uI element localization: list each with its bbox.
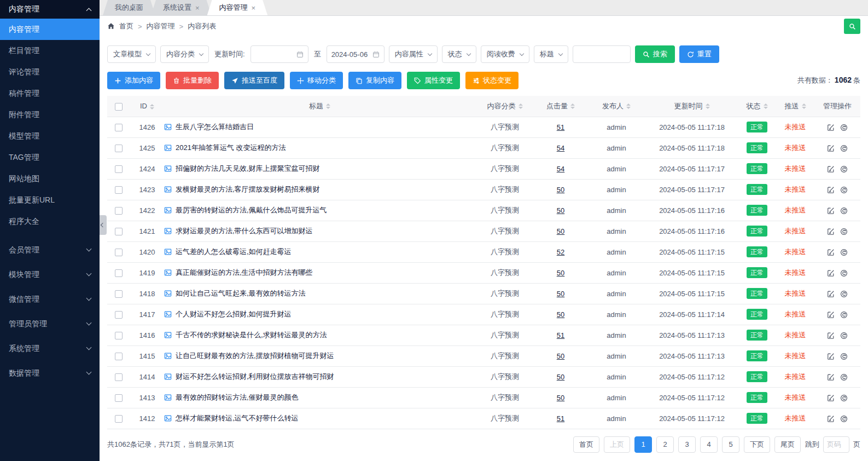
row-checkbox[interactable]: [115, 165, 123, 173]
row-title[interactable]: 千古不传的求财秘诀是什么,求财转运最灵的方法: [176, 330, 327, 340]
row-title[interactable]: 最有效的招财转运方法,催财最灵的颜色: [176, 393, 299, 402]
edit-icon[interactable]: [827, 145, 835, 152]
row-clicks[interactable]: 50: [557, 310, 564, 319]
row-title[interactable]: 2021年抽签算运气 改变运程的方法: [176, 143, 286, 153]
recycle-icon[interactable]: [840, 145, 848, 152]
row-title[interactable]: 让自己旺财最有效的方法,摆放招财植物可提升财运: [176, 351, 334, 361]
row-checkbox[interactable]: [115, 269, 123, 277]
row-title[interactable]: 个人财运不好怎么招财,如何提升财运: [176, 309, 292, 319]
page-button-1[interactable]: 1: [634, 436, 652, 453]
sidebar-item-tag[interactable]: TAG管理: [0, 147, 100, 168]
row-checkbox[interactable]: [115, 228, 123, 235]
sidebar-item-model[interactable]: 模型管理: [0, 125, 100, 147]
edit-icon[interactable]: [827, 332, 835, 339]
recycle-icon[interactable]: [840, 269, 848, 277]
row-checkbox[interactable]: [115, 373, 123, 381]
sidebar-group-module[interactable]: 模块管理: [0, 262, 100, 287]
tab-close-icon[interactable]: ×: [195, 4, 200, 11]
sort-icon[interactable]: [570, 103, 575, 109]
reset-button[interactable]: 重置: [679, 45, 719, 63]
sidebar-item-programs[interactable]: 程序大全: [0, 211, 100, 232]
filter-select-category[interactable]: 内容分类: [160, 45, 209, 63]
sidebar-header[interactable]: 内容管理: [0, 0, 100, 19]
recycle-icon[interactable]: [840, 332, 848, 339]
sort-icon[interactable]: [626, 103, 631, 109]
tab-my-desktop[interactable]: 我的桌面: [103, 0, 155, 15]
date-from-input[interactable]: [251, 45, 308, 63]
next-page-button[interactable]: 下页: [744, 436, 770, 453]
recycle-icon[interactable]: [840, 124, 848, 131]
recycle-icon[interactable]: [840, 311, 848, 319]
recycle-icon[interactable]: [840, 290, 848, 298]
row-title[interactable]: 发横财最灵的方法,客厅摆放发财树易招来横财: [176, 185, 320, 194]
row-clicks[interactable]: 50: [557, 269, 564, 277]
sidebar-item-comment[interactable]: 评论管理: [0, 61, 100, 83]
edit-icon[interactable]: [827, 207, 835, 215]
status-change-button[interactable]: 状态变更: [465, 72, 519, 89]
row-clicks[interactable]: 50: [557, 290, 564, 298]
recycle-icon[interactable]: [840, 186, 848, 194]
row-title[interactable]: 求财运最灵的方法,带什么东西可以增加财运: [176, 226, 313, 236]
move-category-button[interactable]: 移动分类: [290, 72, 343, 89]
push-to-baidu-button[interactable]: 推送至百度: [224, 72, 284, 89]
recycle-icon[interactable]: [840, 165, 848, 173]
date-to-input[interactable]: 2024-05-06: [327, 45, 385, 63]
batch-delete-button[interactable]: 批量删除: [166, 72, 219, 89]
edit-icon[interactable]: [827, 415, 835, 423]
add-content-button[interactable]: 添加内容: [107, 72, 160, 89]
select-all-checkbox[interactable]: [115, 103, 123, 111]
filter-select-status[interactable]: 状态: [442, 45, 476, 63]
recycle-icon[interactable]: [840, 394, 848, 402]
row-title[interactable]: 真正能催财运的方法,生活中招财方法有哪些: [176, 268, 313, 278]
recycle-icon[interactable]: [840, 415, 848, 423]
edit-icon[interactable]: [827, 353, 835, 360]
sidebar-item-attachment[interactable]: 附件管理: [0, 104, 100, 125]
row-checkbox[interactable]: [115, 415, 123, 423]
row-checkbox[interactable]: [115, 353, 123, 360]
row-checkbox[interactable]: [115, 394, 123, 402]
edit-icon[interactable]: [827, 124, 835, 131]
row-checkbox[interactable]: [115, 186, 123, 194]
row-checkbox[interactable]: [115, 145, 123, 152]
sidebar-item-manuscript[interactable]: 稿件管理: [0, 83, 100, 104]
keyword-input[interactable]: [573, 45, 631, 63]
edit-icon[interactable]: [827, 165, 835, 173]
recycle-icon[interactable]: [840, 207, 848, 215]
page-button-4[interactable]: 4: [700, 436, 718, 453]
row-clicks[interactable]: 50: [557, 373, 564, 381]
row-title[interactable]: 运气差的人怎么破霉运,如何赶走霉运: [176, 247, 292, 257]
recycle-icon[interactable]: [840, 249, 848, 256]
row-clicks[interactable]: 51: [557, 331, 564, 339]
first-page-button[interactable]: 首页: [573, 436, 599, 453]
sort-icon[interactable]: [326, 103, 330, 109]
sidebar-item-batch-update-url[interactable]: 批量更新URL: [0, 189, 100, 211]
filter-select-fee[interactable]: 阅读收费: [481, 45, 529, 63]
row-clicks[interactable]: 51: [557, 123, 564, 131]
home-icon[interactable]: [107, 22, 115, 30]
sidebar-item-sitemap[interactable]: 网站地图: [0, 168, 100, 189]
search-button[interactable]: 搜索: [635, 45, 675, 63]
breadcrumb-item[interactable]: 内容列表: [188, 21, 216, 31]
row-clicks[interactable]: 50: [557, 206, 564, 215]
row-clicks[interactable]: 51: [557, 414, 564, 423]
edit-icon[interactable]: [827, 186, 835, 194]
row-title[interactable]: 招偏财的方法几天见效,财库上摆聚宝盆可招财: [176, 164, 320, 174]
row-clicks[interactable]: 50: [557, 186, 564, 194]
row-clicks[interactable]: 52: [557, 248, 564, 256]
breadcrumb-item[interactable]: 首页: [119, 21, 133, 31]
tab-content-management[interactable]: 内容管理×: [207, 0, 268, 15]
sort-icon[interactable]: [150, 104, 154, 110]
sort-icon[interactable]: [802, 103, 806, 109]
row-clicks[interactable]: 50: [557, 352, 564, 360]
sidebar-group-member[interactable]: 会员管理: [0, 238, 100, 262]
row-title[interactable]: 最厉害的转财运的方法,佩戴什么饰品可提升运气: [176, 205, 327, 215]
edit-icon[interactable]: [827, 249, 835, 256]
sidebar-item-category[interactable]: 栏目管理: [0, 40, 100, 61]
page-button-3[interactable]: 3: [678, 436, 696, 453]
row-checkbox[interactable]: [115, 124, 123, 131]
sidebar-collapse-handle[interactable]: [100, 215, 107, 235]
row-checkbox[interactable]: [115, 249, 123, 256]
page-button-2[interactable]: 2: [656, 436, 674, 453]
sidebar-group-wechat[interactable]: 微信管理: [0, 287, 100, 312]
edit-icon[interactable]: [827, 269, 835, 277]
